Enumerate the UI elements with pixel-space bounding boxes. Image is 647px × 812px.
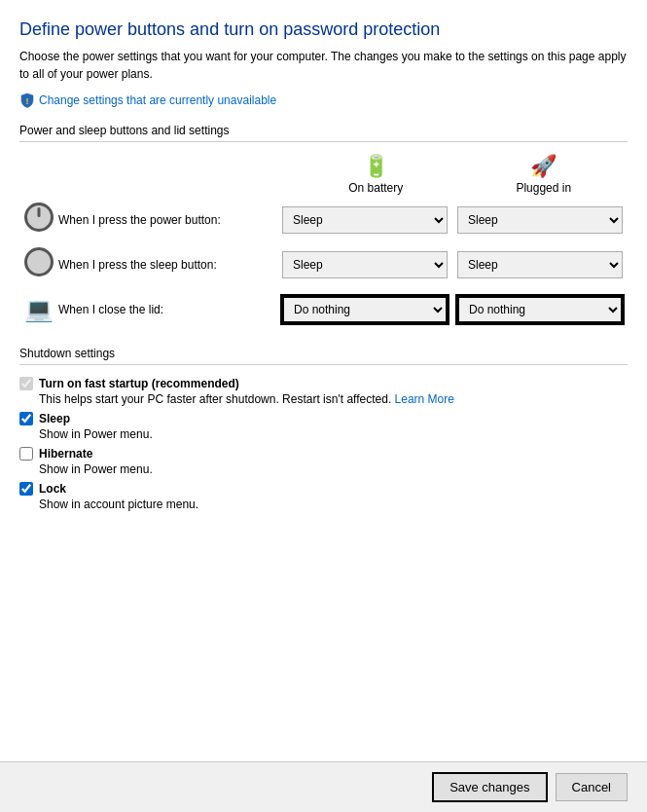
lid-icon: 💻 — [24, 296, 54, 322]
sleep-button-icon-container — [19, 247, 58, 282]
hibernate-header: Hibernate — [19, 447, 628, 461]
footer: Save changes Cancel — [0, 761, 647, 812]
save-button[interactable]: Save changes — [432, 772, 547, 802]
hibernate-desc: Show in Power menu. — [39, 462, 628, 476]
sleep-button-battery-select[interactable]: Sleep Do nothing Hibernate Shut down Tur… — [282, 251, 448, 278]
lock-checkbox[interactable] — [19, 482, 33, 496]
col-header-plugged: 🚀 Plugged in — [460, 154, 629, 195]
svg-text:!: ! — [26, 96, 29, 106]
sleep-header: Sleep — [19, 412, 628, 425]
button-lid-section-title: Power and sleep buttons and lid settings — [19, 124, 628, 142]
lid-controls: Do nothing Sleep Hibernate Shut down Tur… — [282, 296, 623, 323]
col-header-plugged-label: Plugged in — [516, 181, 571, 195]
sleep-button-row: When I press the sleep button: Sleep Do … — [19, 247, 628, 282]
sleep-button-label: When I press the sleep button: — [58, 258, 282, 272]
power-button-plugged-select[interactable]: Sleep Do nothing Hibernate Shut down Tur… — [457, 206, 623, 234]
hibernate-item: Hibernate Show in Power menu. — [19, 447, 628, 476]
learn-more-link[interactable]: Learn More — [395, 392, 454, 406]
lock-header: Lock — [19, 482, 628, 496]
sleep-label: Sleep — [39, 412, 70, 425]
lock-label: Lock — [39, 482, 66, 496]
page-title: Define power buttons and turn on passwor… — [19, 19, 628, 40]
hibernate-checkbox[interactable] — [19, 447, 33, 461]
col-header-battery: 🔋 On battery — [292, 154, 460, 195]
lid-row: 💻 When I close the lid: Do nothing Sleep… — [19, 292, 628, 327]
change-settings-link-text: Change settings that are currently unava… — [39, 93, 276, 107]
power-button-controls: Sleep Do nothing Hibernate Shut down Tur… — [282, 206, 623, 234]
change-settings-link[interactable]: ! Change settings that are currently una… — [19, 92, 628, 108]
power-icon — [24, 203, 54, 232]
col-header-battery-label: On battery — [348, 181, 403, 195]
sleep-button-controls: Sleep Do nothing Hibernate Shut down Tur… — [282, 251, 623, 278]
button-lid-section: Power and sleep buttons and lid settings… — [19, 124, 628, 327]
fast-startup-checkbox[interactable] — [19, 377, 33, 390]
page-description: Choose the power settings that you want … — [19, 48, 628, 83]
sleep-button-plugged-select[interactable]: Sleep Do nothing Hibernate Shut down Tur… — [457, 251, 623, 278]
sleep-desc: Show in Power menu. — [39, 427, 628, 441]
power-button-label: When I press the power button: — [58, 213, 282, 227]
fast-startup-item: Turn on fast startup (recommended) This … — [19, 377, 628, 406]
lock-item: Lock Show in account picture menu. — [19, 482, 628, 511]
shutdown-section-title: Shutdown settings — [19, 347, 628, 365]
shutdown-section: Shutdown settings Turn on fast startup (… — [19, 347, 628, 511]
hibernate-label: Hibernate — [39, 447, 92, 461]
fast-startup-header: Turn on fast startup (recommended) — [19, 377, 628, 390]
power-button-battery-select[interactable]: Sleep Do nothing Hibernate Shut down Tur… — [282, 206, 448, 234]
lock-desc: Show in account picture menu. — [39, 498, 628, 511]
lid-plugged-select[interactable]: Do nothing Sleep Hibernate Shut down Tur… — [457, 296, 623, 323]
shield-icon: ! — [19, 92, 35, 108]
lid-label: When I close the lid: — [58, 303, 282, 316]
rocket-icon: 🚀 — [530, 154, 557, 179]
power-button-row: When I press the power button: Sleep Do … — [19, 203, 628, 238]
sleep-checkbox[interactable] — [19, 412, 33, 425]
sleep-item: Sleep Show in Power menu. — [19, 412, 628, 441]
fast-startup-label: Turn on fast startup (recommended) — [39, 377, 239, 390]
lid-icon-container: 💻 — [19, 296, 58, 323]
column-headers: 🔋 On battery 🚀 Plugged in — [292, 154, 628, 195]
sleep-icon — [24, 247, 54, 277]
lid-battery-select[interactable]: Do nothing Sleep Hibernate Shut down Tur… — [282, 296, 448, 323]
battery-icon: 🔋 — [363, 154, 389, 179]
fast-startup-desc: This helps start your PC faster after sh… — [39, 392, 628, 406]
power-button-icon-container — [19, 203, 58, 238]
cancel-button[interactable]: Cancel — [556, 773, 628, 801]
